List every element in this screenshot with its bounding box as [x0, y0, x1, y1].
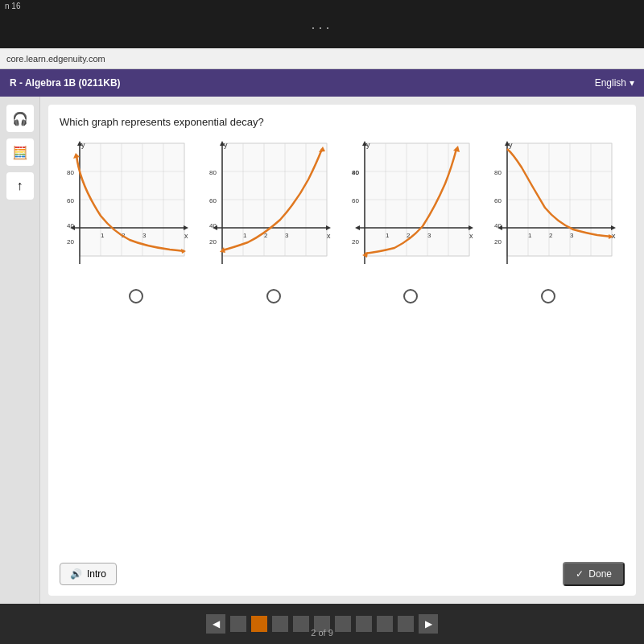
page-indicator: n 16 [0, 0, 25, 12]
svg-text:20: 20 [352, 238, 359, 246]
svg-text:80: 80 [209, 169, 217, 176]
sidebar-calculator-icon[interactable]: 🧮 [6, 138, 34, 166]
page-label: 2 of 9 [311, 628, 333, 638]
content-area: 🎧 🧮 ↑ Which graph represents exponential… [0, 97, 644, 604]
svg-text:60: 60 [67, 197, 74, 204]
speaker-icon: 🔊 [70, 568, 82, 580]
sidebar: 🎧 🧮 ↑ [0, 97, 40, 604]
svg-marker-71 [469, 225, 473, 230]
intro-button[interactable]: 🔊 Intro [60, 563, 117, 585]
nav-dot-4[interactable] [293, 616, 309, 632]
done-button[interactable]: ✓ Done [563, 562, 625, 586]
next-arrow-button[interactable]: ▶ [419, 614, 438, 634]
radio-option-1[interactable] [129, 289, 143, 303]
svg-text:3: 3 [142, 232, 147, 239]
nav-dot-9[interactable] [398, 616, 414, 632]
sidebar-arrow-icon[interactable]: ↑ [6, 172, 34, 200]
svg-text:2: 2 [549, 232, 553, 239]
done-label: Done [588, 568, 612, 580]
svg-text:60: 60 [352, 197, 359, 204]
graph-2-container: 80 60 40 20 1 2 3 y x [208, 139, 335, 276]
graph-4: 80 60 40 20 1 2 3 y x [493, 139, 620, 276]
nav-dot-6[interactable] [335, 616, 351, 632]
tablet-dots: ... [311, 16, 332, 33]
radio-option-2[interactable] [266, 289, 281, 303]
graph-1-container: 80 60 40 20 1 2 3 y x [65, 139, 192, 276]
svg-marker-15 [184, 225, 188, 230]
nav-dot-3[interactable] [272, 616, 288, 632]
intro-label: Intro [87, 568, 106, 580]
svg-text:40: 40 [67, 222, 74, 229]
svg-text:y: y [509, 141, 513, 149]
svg-text:1: 1 [528, 232, 532, 239]
app-title: R - Algebra 1B (0211KB) [10, 77, 121, 89]
panel-footer: 🔊 Intro ✓ Done [60, 562, 625, 586]
nav-dot-8[interactable] [377, 616, 393, 632]
tablet-top-bar: n 16 ... [0, 0, 644, 48]
svg-text:y: y [81, 141, 85, 149]
svg-text:40: 40 [209, 222, 217, 229]
svg-marker-99 [611, 225, 616, 230]
svg-text:80: 80 [67, 169, 74, 176]
checkmark-icon: ✓ [576, 568, 584, 580]
language-selector[interactable]: English ▾ [595, 77, 634, 89]
prev-arrow-button[interactable]: ◀ [206, 614, 225, 634]
question-panel: Which graph represents exponential decay… [48, 105, 636, 596]
svg-marker-72 [355, 225, 360, 230]
svg-text:20: 20 [67, 238, 74, 246]
nav-bar: ◀ ▶ 2 of 9 [0, 604, 644, 644]
graph-3-container: 80 60 40 20 1 2 3 y x [350, 139, 477, 276]
language-label: English [595, 77, 626, 89]
svg-text:1: 1 [101, 232, 105, 239]
svg-text:3: 3 [427, 232, 431, 239]
svg-text:60: 60 [209, 197, 217, 204]
device-frame: n 16 ... core.learn.edgenuity.com R - Al… [0, 0, 644, 644]
browser-url: core.learn.edgenuity.com [6, 54, 105, 64]
graph-1: 80 60 40 20 1 2 3 y x [65, 139, 192, 276]
svg-text:x: x [612, 232, 616, 240]
nav-dot-7[interactable] [356, 616, 372, 632]
svg-text:20: 20 [209, 238, 217, 246]
nav-dot-1[interactable] [230, 616, 246, 632]
graphs-row: 80 60 40 20 1 2 3 y x [60, 139, 625, 276]
header-right: English ▾ [595, 77, 634, 89]
chevron-down-icon: ▾ [630, 77, 634, 89]
graph-2: 80 60 40 20 1 2 3 y x [208, 139, 335, 276]
svg-marker-26 [73, 153, 80, 159]
svg-text:3: 3 [570, 232, 574, 239]
svg-text:1: 1 [243, 232, 247, 239]
svg-text:y: y [366, 141, 370, 149]
svg-text:y: y [224, 141, 228, 149]
svg-text:40: 40 [494, 222, 502, 229]
svg-text:1: 1 [386, 232, 390, 239]
svg-text:3: 3 [285, 232, 289, 239]
nav-dot-2[interactable] [251, 616, 267, 632]
svg-text:x: x [184, 232, 188, 240]
svg-text:80: 80 [494, 169, 502, 176]
answer-options-row [60, 289, 625, 303]
svg-text:x: x [469, 232, 473, 240]
graph-4-container: 80 60 40 20 1 2 3 y x [493, 139, 620, 276]
app-header: R - Algebra 1B (0211KB) English ▾ [0, 69, 644, 97]
svg-marker-43 [326, 225, 331, 230]
browser-bar: core.learn.edgenuity.com [0, 48, 644, 69]
svg-text:20: 20 [494, 238, 502, 246]
radio-option-4[interactable] [541, 289, 555, 303]
question-text: Which graph represents exponential decay… [60, 116, 625, 128]
radio-option-3[interactable] [403, 289, 418, 303]
svg-text:x: x [327, 232, 331, 240]
graph-3: 80 60 40 20 1 2 3 y x [350, 139, 477, 276]
svg-text:40: 40 [352, 169, 359, 176]
sidebar-headphones-icon[interactable]: 🎧 [6, 105, 34, 132]
svg-text:60: 60 [494, 197, 502, 204]
